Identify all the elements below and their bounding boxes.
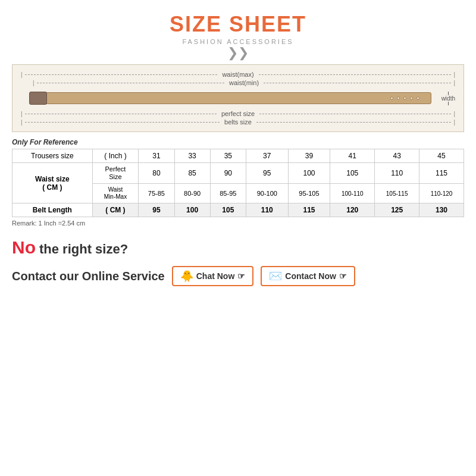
page-container: SIZE SHEET FASHION ACCESSORIES ❯❯ | wais…: [0, 0, 476, 476]
cell: 90-100: [246, 184, 288, 203]
waist-max-row: | waist(max) |: [21, 71, 455, 78]
hand-icon-2: ☞: [339, 271, 347, 281]
belt-buckle: [29, 92, 47, 105]
belt-hole: [390, 97, 393, 100]
perfect-size-sublabel: PerfectSize: [92, 163, 139, 184]
cell: 90: [210, 163, 246, 184]
chat-btn-label: Chat Now: [196, 271, 235, 281]
no-size-section: No the right size? Contact our Online Se…: [12, 237, 464, 286]
contact-label: Contact our Online Service: [12, 270, 165, 283]
waist-max-label: waist(max): [222, 71, 253, 78]
contact-btn-label: Contact Now: [285, 271, 336, 281]
cell: 130: [419, 203, 464, 217]
table-row: Waist size( CM ) PerfectSize 80 85 90 95…: [12, 163, 464, 184]
cell: 95: [246, 163, 288, 184]
envelope-icon: ✉️: [269, 270, 282, 283]
cell: 110-120: [419, 184, 464, 203]
cell: 95: [139, 203, 174, 217]
waist-size-label: Waist size( CM ): [12, 163, 93, 203]
belts-size-label: belts size: [224, 118, 252, 126]
cell: 85: [174, 163, 210, 184]
reference-text: Only For Reference: [12, 138, 464, 146]
trousers-size-header: Trousers size: [12, 149, 93, 163]
col-45: 45: [419, 149, 464, 163]
page-title: SIZE SHEET: [170, 12, 306, 37]
chat-now-button[interactable]: 🐥 Chat Now ☞: [172, 266, 254, 286]
belt-body: [33, 92, 431, 104]
inch-header: ( Inch ): [92, 149, 139, 163]
belt-hole: [397, 97, 400, 100]
cell: 115: [419, 163, 464, 184]
belt-diagram: | waist(max) | | waist(min) |: [12, 64, 464, 132]
cell: 75-85: [139, 184, 174, 203]
col-31: 31: [139, 149, 174, 163]
col-39: 39: [288, 149, 330, 163]
cell: 105: [210, 203, 246, 217]
perfect-size-row: | perfect size |: [21, 110, 455, 117]
waist-min-label: waist(min): [229, 79, 259, 86]
col-35: 35: [210, 149, 246, 163]
question-text: the right size?: [39, 242, 128, 257]
table-header-row: Trousers size ( Inch ) 31 33 35 37 39 41…: [12, 149, 464, 163]
contact-line: Contact our Online Service 🐥 Chat Now ☞ …: [12, 266, 464, 286]
cell: 80-90: [174, 184, 210, 203]
cell: 100: [288, 163, 330, 184]
belt-hole: [403, 97, 406, 100]
cell: 100: [174, 203, 210, 217]
no-size-line: No the right size?: [12, 237, 464, 258]
belt-hole: [416, 97, 419, 100]
belt-length-row: Belt Length ( CM ) 95 100 105 110 115 12…: [12, 203, 464, 217]
size-table: Trousers size ( Inch ) 31 33 35 37 39 41…: [12, 149, 464, 217]
no-label: No: [12, 237, 36, 258]
belt-length-label: Belt Length: [12, 203, 93, 217]
chat-icon: 🐥: [180, 270, 193, 283]
cell: 110: [246, 203, 288, 217]
page-subtitle: FASHION ACCESSORIES: [182, 38, 293, 45]
cell: 85-95: [210, 184, 246, 203]
hand-icon: ☞: [237, 271, 245, 281]
belts-size-row: | belts size |: [21, 118, 455, 126]
cell: 100-110: [330, 184, 375, 203]
waist-min-row: | waist(min) |: [33, 79, 455, 86]
cell: 120: [330, 203, 375, 217]
cell: 115: [288, 203, 330, 217]
chevron-icon: ❯❯: [227, 46, 249, 60]
belt-hole: [410, 97, 413, 100]
belt-holes: [390, 97, 419, 100]
cell: 110: [375, 163, 419, 184]
cell: 80: [139, 163, 174, 184]
col-37: 37: [246, 149, 288, 163]
cell: 105: [330, 163, 375, 184]
col-33: 33: [174, 149, 210, 163]
contact-now-button[interactable]: ✉️ Contact Now ☞: [261, 266, 355, 286]
col-43: 43: [375, 149, 419, 163]
perfect-size-label: perfect size: [221, 110, 255, 117]
belt-graphic: width: [21, 87, 455, 109]
waist-minmax-sublabel: WaistMin-Max: [92, 184, 139, 203]
cell: 105-115: [375, 184, 419, 203]
width-label: width: [441, 95, 455, 102]
cell: 125: [375, 203, 419, 217]
col-41: 41: [330, 149, 375, 163]
belt-length-unit: ( CM ): [92, 203, 139, 217]
remark-text: Remark: 1 Inch =2.54 cm: [12, 220, 464, 227]
cell: 95-105: [288, 184, 330, 203]
